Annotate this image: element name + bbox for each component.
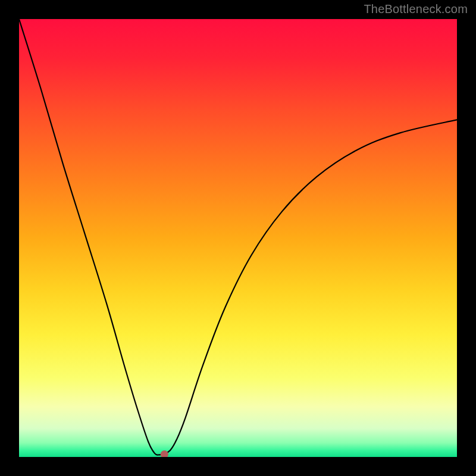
gradient-rect: [19, 19, 457, 457]
plot-area: [19, 19, 457, 457]
plot-svg: [19, 19, 457, 457]
chart-stage: TheBottleneck.com: [0, 0, 476, 476]
watermark-text: TheBottleneck.com: [364, 2, 468, 16]
